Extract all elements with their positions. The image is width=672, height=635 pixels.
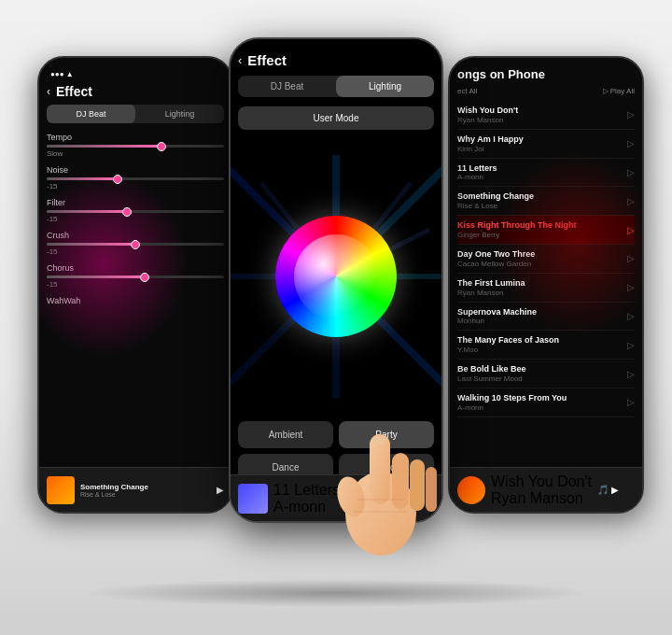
list-item[interactable]: The First Lumina Ryan Manson ▷ — [457, 274, 635, 303]
crush-label: Crush — [47, 231, 224, 240]
play-icon-4[interactable]: ▷ — [627, 225, 635, 235]
song-title-left: Something Change — [80, 483, 211, 491]
chorus-fill — [47, 275, 145, 278]
phones-container: ●●● ▲ ‹ Effect DJ Beat Lighting Tempo Sl… — [19, 37, 653, 598]
song-title-1: Why Am I Happy — [457, 134, 627, 145]
song-artist-10: A-monn — [457, 403, 627, 412]
phone-notch — [308, 39, 364, 49]
tab-dj-beat-left[interactable]: DJ Beat — [47, 105, 135, 123]
song-info-5: Day One Two Three Cacao Mellow Garden — [457, 249, 627, 268]
tempo-value: Slow — [47, 149, 224, 158]
now-playing-left[interactable]: Something Change Rise & Lose ▶ — [39, 467, 231, 512]
tempo-thumb[interactable] — [157, 142, 166, 151]
song-title-7: Supernova Machine — [457, 307, 627, 318]
status-bar-left: ●●● ▲ — [47, 67, 224, 80]
chorus-thumb[interactable] — [140, 273, 149, 282]
play-icon-8[interactable]: ▷ — [627, 340, 635, 350]
tempo-section: Tempo Slow — [47, 133, 224, 158]
tab-dj-beat-center[interactable]: DJ Beat — [238, 76, 336, 97]
list-item[interactable]: Supernova Machine Monhun ▷ — [457, 303, 635, 332]
tab-bar-left: DJ Beat Lighting — [47, 105, 224, 123]
play-icon-10[interactable]: ▷ — [627, 397, 635, 407]
song-actions: ect All ▷ Play All — [457, 87, 635, 95]
color-wheel-container — [238, 139, 434, 414]
play-icon-7[interactable]: ▷ — [627, 311, 635, 321]
crush-track[interactable] — [47, 243, 224, 246]
filter-thumb[interactable] — [122, 207, 132, 217]
song-artist-1: Kirin Joi — [457, 145, 627, 153]
filter-track[interactable] — [47, 210, 224, 213]
list-item[interactable]: The Many Faces of Jason Y.Moo ▷ — [457, 331, 635, 360]
song-info-right-bar: Wish You Don't Ryan Manson — [491, 473, 592, 507]
effect-header-center: ‹ Effect — [238, 52, 434, 68]
effect-header-left: ‹ Effect — [47, 84, 224, 99]
play-icon-0[interactable]: ▷ — [627, 109, 635, 120]
noise-thumb[interactable] — [113, 175, 122, 184]
chorus-label: Chorus — [47, 263, 224, 273]
svg-rect-14 — [392, 453, 409, 509]
song-title-0: Wish You Don't — [457, 106, 627, 116]
play-icon-9[interactable]: ▷ — [627, 369, 635, 379]
song-artist-left: Rise & Lose — [80, 491, 211, 498]
song-title-4: Kiss Right Through The Night — [457, 220, 627, 231]
filter-value: -15 — [47, 215, 224, 223]
back-arrow-center[interactable]: ‹ — [238, 53, 242, 67]
play-icon-2[interactable]: ▷ — [627, 167, 635, 177]
filter-section: Filter -15 — [47, 198, 224, 223]
play-controls-right[interactable]: 🎵 ▶ — [597, 485, 619, 495]
song-info-8: The Many Faces of Jason Y.Moo — [457, 335, 627, 354]
tempo-track[interactable] — [47, 145, 224, 148]
filter-label: Filter — [47, 198, 224, 207]
status-bar-text: ●●● ▲ — [50, 70, 74, 78]
album-art-center — [238, 484, 268, 514]
song-artist-right-bar: Ryan Manson — [491, 490, 592, 507]
effect-title-center: Effect — [247, 52, 287, 68]
song-title-2: 11 Letters — [457, 163, 627, 174]
now-playing-right[interactable]: Wish You Don't Ryan Manson 🎵 ▶ — [450, 467, 642, 512]
song-title-8: The Many Faces of Jason — [457, 335, 627, 346]
tab-lighting-center[interactable]: Lighting — [336, 76, 434, 97]
chorus-value: -15 — [47, 280, 224, 289]
back-arrow-left[interactable]: ‹ — [47, 85, 50, 98]
list-item[interactable]: Wish You Don't Ryan Manson ▷ — [457, 101, 635, 130]
filter-fill — [47, 210, 127, 213]
right-phone: ongs on Phone ect All ▷ Play All Wish Yo… — [448, 56, 644, 514]
song-title-right-bar: Wish You Don't — [491, 473, 592, 490]
song-info-3: Something Change Rise & Lose — [457, 191, 627, 210]
song-info-9: Be Bold Like Bee Last Summer Mood — [457, 364, 627, 383]
list-item[interactable]: Something Change Rise & Lose ▷ — [457, 187, 635, 216]
play-icon-1[interactable]: ▷ — [627, 138, 635, 148]
song-info-7: Supernova Machine Monhun — [457, 307, 627, 326]
play-controls-left[interactable]: ▶ — [217, 485, 224, 495]
svg-point-18 — [373, 436, 386, 445]
play-all-button[interactable]: ▷ Play All — [603, 87, 635, 95]
song-info-6: The First Lumina Ryan Manson — [457, 278, 627, 297]
play-icon-5[interactable]: ▷ — [627, 253, 635, 263]
play-icon-6[interactable]: ▷ — [627, 282, 635, 292]
list-item[interactable]: Be Bold Like Bee Last Summer Mood ▷ — [457, 360, 635, 388]
songs-on-phone-title: ongs on Phone — [457, 67, 635, 81]
list-item-highlighted[interactable]: Kiss Right Through The Night Ginger Berr… — [457, 216, 635, 245]
album-art-left — [47, 476, 75, 504]
tab-bar-center: DJ Beat Lighting — [238, 76, 434, 97]
user-mode-button[interactable]: User Mode — [238, 106, 434, 130]
ambient-button[interactable]: Ambient — [238, 421, 333, 448]
list-item[interactable]: Why Am I Happy Kirin Joi ▷ — [457, 130, 635, 159]
song-title-5: Day One Two Three — [457, 249, 627, 260]
list-item[interactable]: 11 Letters A-monn ▷ — [457, 159, 635, 188]
crush-fill — [47, 243, 135, 246]
left-screen: ●●● ▲ ‹ Effect DJ Beat Lighting Tempo Sl… — [39, 58, 231, 512]
song-artist-7: Monhun — [457, 317, 627, 325]
list-item[interactable]: Day One Two Three Cacao Mellow Garden ▷ — [457, 245, 635, 274]
chorus-track[interactable] — [47, 275, 224, 278]
left-phone: ●●● ▲ ‹ Effect DJ Beat Lighting Tempo Sl… — [37, 56, 233, 514]
color-wheel[interactable] — [275, 216, 397, 337]
noise-track[interactable] — [47, 177, 224, 180]
select-all-button[interactable]: ect All — [457, 87, 477, 95]
hand-svg — [325, 392, 437, 560]
tab-lighting-left[interactable]: Lighting — [135, 105, 224, 123]
tempo-label: Tempo — [47, 133, 224, 142]
play-icon-3[interactable]: ▷ — [627, 196, 635, 206]
list-item[interactable]: Walking 10 Steps From You A-monn ▷ — [457, 388, 635, 417]
crush-thumb[interactable] — [131, 240, 140, 249]
